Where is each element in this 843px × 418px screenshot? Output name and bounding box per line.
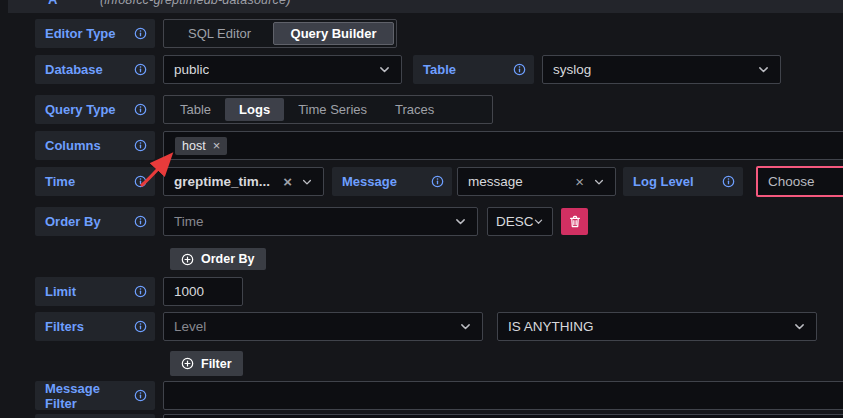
- query-editor: A (info8fcc-greptimedb-datasource) Edito…: [0, 0, 843, 418]
- message-filter-label-box: Message Filter: [35, 381, 155, 410]
- filters-row: Filters Level IS ANYTHING: [0, 312, 843, 341]
- order-by-field-value: Time: [174, 214, 204, 229]
- query-type-label: Query Type: [45, 102, 116, 117]
- message-filter-row: Message Filter: [0, 381, 843, 410]
- info-icon[interactable]: [722, 175, 735, 188]
- column-tag-label: host: [182, 139, 206, 153]
- limit-label: Limit: [45, 284, 76, 299]
- plus-circle-icon: [181, 253, 194, 266]
- remove-tag-icon[interactable]: ×: [213, 139, 221, 152]
- table-label-box: Table: [413, 55, 534, 84]
- info-icon[interactable]: [134, 139, 147, 152]
- message-select[interactable]: message ×: [457, 167, 616, 196]
- chevron-down-icon[interactable]: [793, 320, 806, 333]
- editor-type-label-box: Editor Type: [35, 19, 155, 48]
- chevron-down-icon[interactable]: [757, 63, 770, 76]
- database-select-value: public: [174, 62, 209, 77]
- query-type-option-logs[interactable]: Logs: [225, 98, 284, 121]
- filter-field-select[interactable]: Level: [163, 312, 483, 341]
- query-type-radio-group: Table Logs Time Series Traces: [163, 95, 493, 124]
- columns-label-box: Columns: [35, 131, 155, 160]
- editor-type-label: Editor Type: [45, 26, 116, 41]
- query-type-option-time-series[interactable]: Time Series: [284, 98, 381, 121]
- next-row-input[interactable]: [163, 414, 843, 418]
- limit-label-box: Limit: [35, 277, 155, 306]
- editor-type-option-sql-editor[interactable]: SQL Editor: [166, 22, 273, 45]
- query-row-header[interactable]: A (info8fcc-greptimedb-datasource): [8, 0, 843, 13]
- filter-operator-select[interactable]: IS ANYTHING: [497, 312, 817, 341]
- columns-row: Columns host ×: [0, 131, 843, 160]
- order-by-label-box: Order By: [35, 207, 155, 236]
- info-icon[interactable]: [134, 27, 147, 40]
- filters-label: Filters: [45, 319, 84, 334]
- clear-icon[interactable]: ×: [283, 174, 292, 189]
- chevron-down-icon[interactable]: [301, 176, 313, 188]
- database-label-box: Database: [35, 55, 155, 84]
- chevron-down-icon[interactable]: [533, 216, 544, 227]
- datasource-note: (info8fcc-greptimedb-datasource): [100, 0, 291, 13]
- info-icon[interactable]: [134, 215, 147, 228]
- database-label: Database: [45, 62, 103, 77]
- query-type-option-traces[interactable]: Traces: [381, 98, 448, 121]
- info-icon[interactable]: [134, 103, 147, 116]
- table-select-value: syslog: [553, 62, 591, 77]
- order-by-row: Order By Time DESC: [0, 207, 843, 236]
- add-filter-label: Filter: [201, 357, 232, 371]
- time-label-box: Time: [35, 167, 155, 196]
- filters-label-box: Filters: [35, 312, 155, 341]
- query-row-header-inner: A (info8fcc-greptimedb-datasource): [8, 0, 843, 13]
- filter-operator-value: IS ANYTHING: [508, 319, 594, 334]
- column-tag-host: host ×: [175, 137, 227, 155]
- order-by-direction-value: DESC: [496, 214, 533, 229]
- info-icon[interactable]: [134, 63, 147, 76]
- table-label: Table: [423, 62, 456, 77]
- info-icon[interactable]: [134, 389, 147, 402]
- time-row: Time greptime_tim... × Message message ×…: [0, 167, 843, 196]
- add-filter-button[interactable]: Filter: [170, 351, 243, 376]
- message-filter-input[interactable]: [163, 381, 843, 410]
- editor-type-option-query-builder[interactable]: Query Builder: [273, 22, 394, 45]
- log-level-label: Log Level: [633, 174, 694, 189]
- order-by-direction-select[interactable]: DESC: [487, 207, 553, 236]
- message-select-value: message: [468, 174, 523, 189]
- plus-circle-icon: [181, 357, 194, 370]
- message-filter-label: Message Filter: [45, 381, 134, 411]
- limit-row: Limit 1000: [0, 277, 843, 306]
- chevron-down-icon[interactable]: [378, 63, 391, 76]
- remove-order-by-button[interactable]: [561, 208, 588, 235]
- log-level-select[interactable]: Choose: [756, 166, 843, 197]
- message-label-box: Message: [332, 167, 452, 196]
- clear-icon[interactable]: ×: [575, 174, 584, 189]
- query-type-row: Query Type Table Logs Time Series Traces: [0, 95, 843, 124]
- time-select-value: greptime_tim...: [174, 174, 270, 189]
- columns-multiselect[interactable]: host ×: [163, 131, 843, 160]
- add-order-by-label: Order By: [201, 252, 255, 266]
- log-level-label-box: Log Level: [623, 167, 743, 196]
- limit-input[interactable]: 1000: [163, 277, 243, 306]
- info-icon[interactable]: [134, 320, 147, 333]
- time-select[interactable]: greptime_tim... ×: [163, 167, 324, 196]
- filter-field-value: Level: [174, 319, 206, 334]
- editor-type-row: Editor Type SQL Editor Query Builder: [0, 19, 843, 48]
- next-row-label-box: [35, 414, 155, 418]
- order-by-label: Order By: [45, 214, 101, 229]
- table-select[interactable]: syslog: [542, 55, 781, 84]
- chevron-down-icon[interactable]: [593, 176, 605, 188]
- trash-icon: [568, 214, 582, 229]
- editor-type-radio-group: SQL Editor Query Builder: [163, 19, 397, 48]
- chevron-down-icon[interactable]: [454, 215, 467, 228]
- database-select[interactable]: public: [163, 55, 402, 84]
- database-row: Database public Table syslog: [0, 55, 843, 84]
- info-icon[interactable]: [513, 63, 526, 76]
- info-icon[interactable]: [431, 175, 444, 188]
- query-type-label-box: Query Type: [35, 95, 155, 124]
- columns-label: Columns: [45, 138, 101, 153]
- query-type-option-table[interactable]: Table: [166, 98, 225, 121]
- limit-value: 1000: [174, 284, 204, 299]
- order-by-field-select[interactable]: Time: [163, 207, 478, 236]
- chevron-down-icon[interactable]: [459, 320, 472, 333]
- info-icon[interactable]: [134, 285, 147, 298]
- add-order-by-button[interactable]: Order By: [170, 248, 266, 270]
- time-label: Time: [45, 174, 75, 189]
- info-icon[interactable]: [134, 175, 147, 188]
